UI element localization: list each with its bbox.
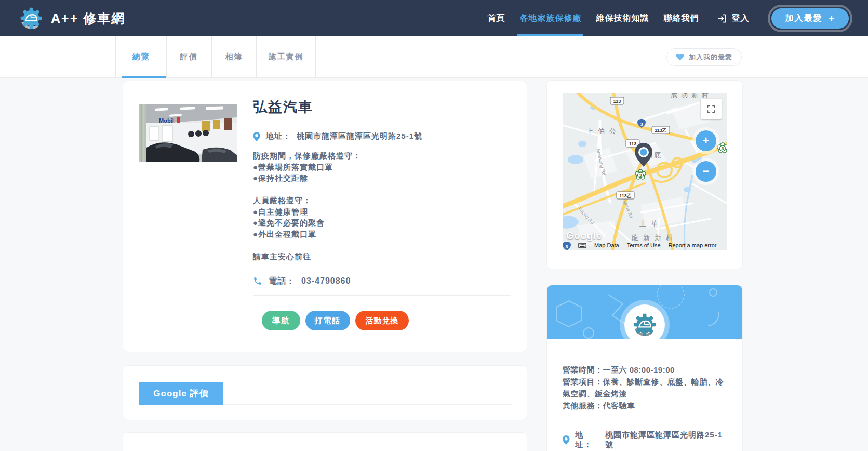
- route-shield-113b-1: 113乙: [652, 126, 670, 134]
- gear-car-logo-icon: [632, 312, 658, 338]
- covid-line: ●避免不必要的聚會: [253, 217, 511, 229]
- map-fullscreen-button[interactable]: [701, 99, 722, 119]
- shop-phone-value: 03-4790860: [301, 276, 351, 286]
- add-favorite-ring: 加入最愛 +: [768, 5, 852, 32]
- map-pin-icon: [563, 435, 570, 445]
- add-my-favorite-label: 加入我的最愛: [689, 52, 732, 62]
- svg-text:113乙: 113乙: [655, 128, 667, 133]
- info-address-label: 地址：: [576, 430, 599, 450]
- nav-item-shops[interactable]: 各地家族保修廠: [512, 0, 589, 36]
- shop-avatar: [624, 304, 665, 345]
- login-label: 登入: [731, 13, 749, 24]
- business-services: 營業項目：保養、診斷查修、底盤、輪胎、冷氣空調、鈑金烤漆: [563, 376, 727, 400]
- call-button[interactable]: 打電話: [305, 311, 350, 330]
- covid-line: ●營業場所落實戴口罩: [253, 162, 511, 173]
- navigate-button[interactable]: 導航: [262, 311, 300, 330]
- map-zoom-in-button[interactable]: +: [696, 130, 716, 151]
- shop-name: 弘益汽車: [253, 99, 511, 115]
- map-card: 成功新村 上伯公 凹底 上華 龍新新村 Shenlong Rd Longhua …: [546, 80, 743, 269]
- map-label-chenggong: 成功新村: [671, 93, 712, 99]
- nav-item-home[interactable]: 首頁: [480, 0, 512, 36]
- report-map-error-link[interactable]: Report a map error: [669, 242, 717, 248]
- shop-phone-row: 電話： 03-4790860: [253, 267, 511, 295]
- gear-car-logo-icon: [19, 6, 44, 31]
- info-address-value: 桃園市龍潭區龍潭區光明路25-1號: [605, 430, 727, 450]
- nav-item-contact[interactable]: 聯絡我們: [656, 0, 706, 36]
- navbar: A++ 修車網 首頁 各地家族保修廠 維保技術知識 聯絡我們 登入 加入最愛 +: [0, 0, 868, 36]
- heart-icon: [676, 53, 684, 61]
- shop-phone-label: 電話：: [269, 276, 295, 287]
- nav-item-knowledge[interactable]: 維保技術知識: [589, 0, 656, 36]
- svg-text:3: 3: [640, 122, 643, 127]
- covid-line: [253, 184, 511, 195]
- keyboard-icon: [578, 243, 586, 248]
- plus-icon: +: [829, 13, 835, 24]
- shop-address-value: 桃園市龍潭區龍潭區光明路25-1號: [297, 131, 422, 141]
- google-reviews-card: Google 評價: [123, 365, 527, 420]
- info-card-body: 營業時間：一至六 08:00-19:00 營業項目：保養、診斷查修、底盤、輪胎、…: [547, 339, 742, 450]
- info-address-row: 地址： 桃園市龍潭區龍潭區光明路25-1號: [563, 430, 727, 450]
- terms-of-use-link[interactable]: Terms of Use: [627, 242, 661, 248]
- svg-text:113: 113: [613, 99, 621, 104]
- map-label-shangbogong: 上伯公: [586, 127, 621, 135]
- shop-tabs: 總覽 評價 相簿 施工實例: [115, 36, 316, 77]
- google-maps-logo[interactable]: Google: [566, 230, 602, 242]
- shop-tabbar: 總覽 評價 相簿 施工實例 加入我的最愛: [0, 36, 868, 78]
- covid-line: 人員嚴格遵守：: [253, 195, 511, 206]
- covid-line: 請車主安心前往: [253, 251, 511, 262]
- map-pin-icon: [253, 132, 260, 141]
- phone-icon: [253, 276, 262, 286]
- main-nav: 首頁 各地家族保修廠 維保技術知識 聯絡我們: [480, 0, 706, 36]
- add-favorite-label: 加入最愛: [785, 13, 822, 24]
- map-zoom-out-button[interactable]: −: [696, 161, 716, 182]
- google-reviews-tab[interactable]: Google 評價: [139, 382, 223, 405]
- brand[interactable]: A++ 修車網: [19, 6, 125, 31]
- tab-album[interactable]: 相簿: [212, 36, 257, 77]
- next-section-card: [123, 432, 527, 451]
- divider: [253, 295, 511, 296]
- shop-main-info: 弘益汽車 地址： 桃園市龍潭區龍潭區光明路25-1號 防疫期間，保修廠嚴格遵守：…: [253, 99, 511, 332]
- sidebar-column: 成功新村 上伯公 凹底 上華 龍新新村 Shenlong Rd Longhua …: [546, 80, 743, 451]
- covid-line: 防疫期間，保修廠嚴格遵守：: [253, 150, 511, 162]
- login-button[interactable]: 登入: [717, 13, 749, 24]
- redeem-button[interactable]: 活動兌換: [355, 311, 409, 330]
- route-shield-113b-2: 113乙: [617, 192, 634, 199]
- shop-address-label: 地址：: [266, 131, 291, 141]
- add-my-favorite-button[interactable]: 加入我的最愛: [666, 48, 742, 66]
- tab-reviews[interactable]: 評價: [167, 36, 212, 77]
- login-icon: [717, 14, 727, 23]
- map-data-label: Map Data: [594, 242, 619, 248]
- svg-text:3: 3: [721, 146, 724, 151]
- other-services: 其他服務：代客驗車: [563, 400, 727, 412]
- covid-line: ●保持社交距離: [253, 173, 511, 184]
- brand-name: A++ 修車網: [51, 10, 125, 27]
- shop-address-row: 地址： 桃園市龍潭區龍潭區光明路25-1號: [253, 131, 511, 141]
- main-column: Mobil 弘益汽車 地: [123, 81, 527, 451]
- business-hours: 營業時間：一至六 08:00-19:00: [563, 364, 727, 376]
- covid-line: [253, 240, 511, 251]
- tab-overview[interactable]: 總覽: [116, 36, 167, 77]
- map-canvas[interactable]: 成功新村 上伯公 凹底 上華 龍新新村 Shenlong Rd Longhua …: [563, 93, 727, 250]
- photo-sign-text: Mobil: [159, 117, 174, 124]
- covid-notice: 防疫期間，保修廠嚴格遵守： ●營業場所落實戴口罩 ●保持社交距離 人員嚴格遵守：…: [253, 150, 511, 262]
- map-label-shanghua: 上華: [639, 220, 662, 228]
- svg-text:113乙: 113乙: [619, 193, 632, 198]
- tab-cases[interactable]: 施工實例: [257, 36, 316, 77]
- shop-overview-card: Mobil 弘益汽車 地: [123, 81, 527, 352]
- fullscreen-icon: [706, 104, 716, 114]
- shop-info-card: 營業時間：一至六 08:00-19:00 營業項目：保養、診斷查修、底盤、輪胎、…: [546, 285, 743, 451]
- svg-text:113: 113: [629, 141, 637, 147]
- add-favorite-button[interactable]: 加入最愛 +: [771, 8, 849, 29]
- covid-line: ●自主健康管理: [253, 206, 511, 218]
- route-shield-113: 113: [610, 97, 624, 104]
- svg-text:3: 3: [639, 173, 642, 178]
- shop-actions: 導航 打電話 活動兌換: [253, 311, 511, 330]
- map-attribution: Map Data Terms of Use Report a map error: [563, 241, 727, 250]
- covid-line: ●外出全程戴口罩: [253, 229, 511, 240]
- shop-photo: Mobil: [139, 104, 237, 162]
- info-card-header: [547, 285, 742, 339]
